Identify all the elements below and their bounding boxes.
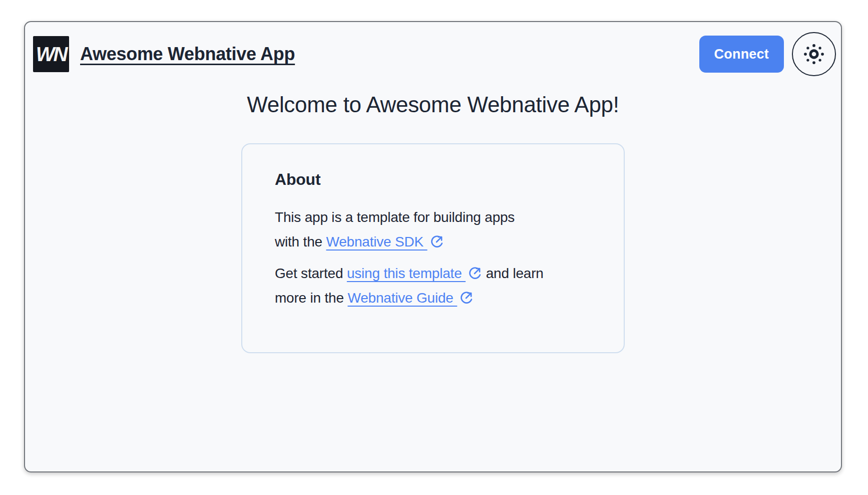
text-run: Get started [275, 266, 347, 281]
about-paragraph: This app is a template for building apps… [275, 205, 594, 254]
sun-icon [802, 43, 825, 66]
logo-text: WN [36, 43, 67, 66]
external-link[interactable]: using this template [347, 266, 482, 281]
text-run: with the [275, 234, 326, 250]
link-label: Webnative SDK [326, 234, 427, 250]
wn-logo-icon: WN [33, 36, 69, 72]
link-label: Webnative Guide [347, 290, 457, 306]
external-link[interactable]: Webnative SDK [326, 234, 444, 250]
welcome-heading: Welcome to Awesome Webnative App! [25, 92, 841, 117]
app-title-link[interactable]: Awesome Webnative App [80, 44, 295, 65]
about-card: About This app is a template for buildin… [241, 143, 625, 353]
text-run: This app is a template for building apps [275, 209, 515, 225]
about-paragraph: Get started using this template and lear… [275, 261, 594, 310]
about-paragraphs: This app is a template for building apps… [275, 205, 594, 310]
connect-button[interactable]: Connect [699, 36, 784, 73]
app-header: WN Awesome Webnative App Connect [25, 22, 841, 76]
external-link[interactable]: Webnative Guide [347, 290, 474, 306]
external-link-icon [460, 291, 474, 305]
text-run: and learn [482, 266, 544, 281]
app-window: WN Awesome Webnative App Connect Welcome… [24, 21, 842, 472]
link-label: using this template [347, 266, 466, 281]
external-link-icon [430, 234, 444, 249]
about-heading: About [275, 170, 594, 189]
text-run: more in the [275, 290, 347, 306]
theme-toggle-button[interactable] [792, 32, 836, 76]
external-link-icon [468, 266, 482, 280]
